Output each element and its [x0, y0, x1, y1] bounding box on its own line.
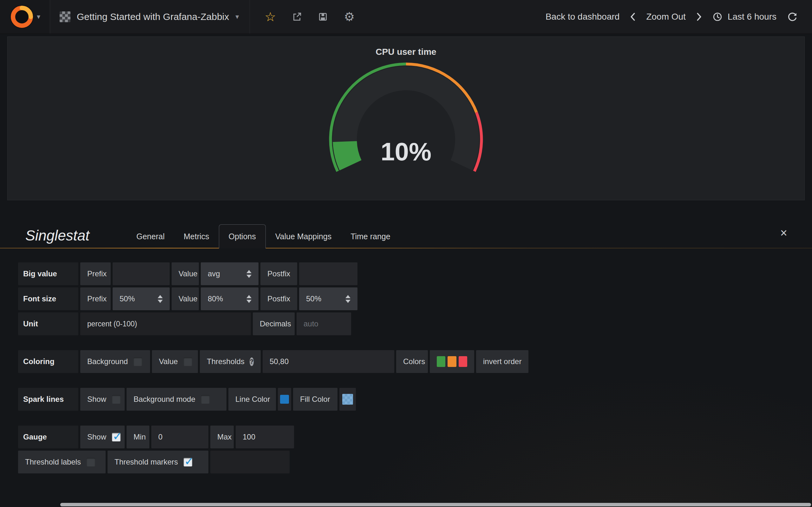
gauge-value-segment [345, 142, 351, 165]
gauge-row: Gauge Show ✓ Min Max [18, 426, 812, 448]
threshold-labels-checkbox[interactable] [87, 458, 95, 466]
spark-background-mode-toggle[interactable]: Background mode [126, 388, 226, 411]
big-value-prefix-label: Prefix [80, 262, 111, 285]
colors-label: Colors [396, 350, 428, 373]
coloring-background-toggle[interactable]: Background [80, 350, 150, 373]
fill-color-swatch[interactable] [342, 394, 353, 405]
gauge-min-label: Min [126, 426, 149, 448]
font-size-postfix-select[interactable]: 50% [299, 287, 357, 310]
spark-show-toggle[interactable]: Show [80, 388, 125, 411]
font-size-row: Font size Prefix 50% Value 80% Postfix 5… [18, 287, 812, 310]
font-size-value-select[interactable]: 80% [201, 287, 258, 310]
unit-picker[interactable]: percent (0-100) [80, 313, 251, 335]
color-swatch-orange[interactable] [448, 356, 456, 367]
settings-button[interactable]: ⚙ [344, 11, 355, 23]
color-swatch-green[interactable] [437, 356, 445, 367]
grafana-screen: ▾ Getting Started with Grafana-Zabbix ▾ … [0, 0, 812, 507]
font-size-prefix-label: Prefix [80, 287, 111, 310]
share-button[interactable] [292, 12, 302, 22]
save-icon [318, 12, 328, 22]
color-swatches-cell [430, 350, 474, 373]
coloring-value-checkbox[interactable] [184, 357, 192, 366]
panel-title[interactable]: CPU user time [375, 47, 436, 57]
font-size-postfix-label: Postfix [260, 287, 297, 310]
color-swatch-red[interactable] [459, 356, 467, 367]
threshold-labels-toggle[interactable]: Threshold labels [18, 451, 106, 473]
tab-metrics[interactable]: Metrics [174, 225, 219, 248]
panel-editor: Singlestat General Metrics Options Value… [0, 200, 812, 507]
big-value-row: Big value Prefix Value avg Postfix [18, 262, 812, 285]
tab-value-mappings[interactable]: Value Mappings [266, 225, 341, 248]
select-arrows-icon [247, 270, 252, 278]
dashboard-title: Getting Started with Grafana-Zabbix [77, 11, 229, 22]
big-value-value-select[interactable]: avg [201, 262, 258, 285]
spark-background-mode-checkbox[interactable] [201, 395, 210, 404]
spark-show-label: Show [87, 395, 106, 404]
horizontal-scrollbar-thumb[interactable] [60, 503, 811, 506]
tab-options[interactable]: Options [219, 224, 266, 248]
grafana-logo-icon [9, 4, 34, 29]
thresholds-input[interactable] [263, 350, 394, 373]
threshold-markers-checkbox[interactable]: ✓ [184, 458, 192, 466]
line-color-swatch-cell [278, 388, 291, 411]
time-range-button[interactable]: Last 6 hours [712, 12, 776, 22]
editor-tabs: General Metrics Options Value Mappings T… [127, 224, 400, 248]
big-value-label: Big value [18, 262, 78, 285]
big-value-postfix-input[interactable] [299, 262, 357, 285]
star-button[interactable]: ☆ [264, 10, 276, 23]
threshold-labels-label: Threshold labels [25, 458, 81, 466]
coloring-row: Coloring Background Value Thresholds ? [18, 350, 812, 373]
coloring-value-toggle[interactable]: Value [152, 350, 198, 373]
dashboard-picker-button[interactable]: Getting Started with Grafana-Zabbix ▾ [50, 0, 250, 34]
check-icon: ✓ [113, 430, 122, 443]
empty-filler-cell [210, 451, 290, 473]
tab-general[interactable]: General [127, 225, 174, 248]
tab-time-range[interactable]: Time range [341, 225, 400, 248]
time-shift-back-button[interactable] [630, 13, 635, 21]
font-size-value-label: Value [171, 287, 199, 310]
grafana-menu-button[interactable]: ▾ [0, 0, 50, 34]
threshold-markers-toggle[interactable]: Threshold markers ✓ [107, 451, 208, 473]
check-icon: ✓ [184, 455, 194, 468]
editor-header: Singlestat General Metrics Options Value… [0, 200, 812, 248]
zoom-out-button[interactable]: Zoom Out [646, 12, 686, 22]
chevron-right-icon [697, 13, 702, 21]
select-arrows-icon [247, 295, 252, 303]
save-button[interactable] [318, 12, 328, 22]
close-icon[interactable]: × [780, 227, 787, 239]
font-size-prefix-select[interactable]: 50% [113, 287, 170, 310]
spark-show-checkbox[interactable] [112, 395, 120, 404]
gauge-min-input[interactable] [151, 426, 208, 448]
fill-color-swatch-cell [339, 388, 356, 411]
invert-order-button[interactable]: invert order [476, 350, 528, 373]
coloring-background-checkbox[interactable] [134, 357, 142, 366]
fill-color-overlay [342, 394, 353, 405]
gauge-label: Gauge [18, 426, 78, 448]
unit-row: Unit percent (0-100) Decimals [18, 313, 812, 335]
font-size-label: Font size [18, 287, 78, 310]
gauge-show-checkbox[interactable]: ✓ [112, 433, 120, 441]
help-icon[interactable]: ? [250, 357, 254, 366]
gauge-show-toggle[interactable]: Show ✓ [80, 426, 125, 448]
refresh-button[interactable] [787, 12, 798, 22]
decimals-label: Decimals [253, 313, 295, 335]
dashboard-grid-icon [60, 11, 70, 22]
time-shift-forward-button[interactable] [697, 13, 702, 21]
select-arrows-icon [345, 295, 351, 303]
line-color-swatch[interactable] [280, 395, 289, 404]
big-value-prefix-input[interactable] [113, 262, 170, 285]
gauge-value-label: 10% [380, 137, 432, 166]
thresholds-label: Thresholds [207, 357, 245, 366]
time-range-label: Last 6 hours [728, 12, 776, 22]
select-arrows-icon [158, 295, 163, 303]
decimals-input[interactable] [297, 313, 351, 335]
big-value-value-selected: avg [208, 269, 220, 278]
back-to-dashboard-button[interactable]: Back to dashboard [546, 12, 620, 22]
coloring-value-label: Value [159, 357, 178, 366]
font-size-postfix-selected: 50% [306, 294, 321, 303]
navbar-right: Back to dashboard Zoom Out Last 6 hours [546, 12, 812, 22]
options-form: Big value Prefix Value avg Postfix Font … [0, 248, 812, 473]
gauge-max-input[interactable] [236, 426, 294, 448]
spark-background-mode-label: Background mode [134, 395, 195, 404]
unit-label: Unit [18, 313, 78, 335]
